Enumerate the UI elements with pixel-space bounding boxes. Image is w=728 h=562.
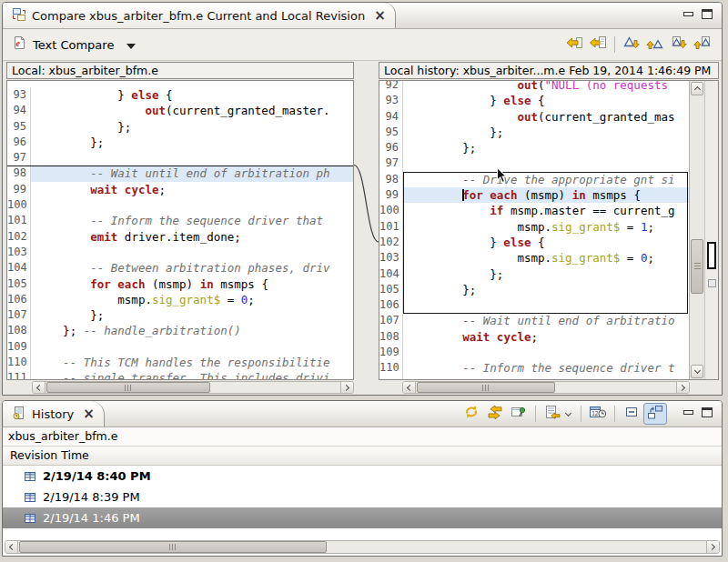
code-line[interactable]: 100 [7,197,353,213]
refresh-button[interactable] [460,403,483,425]
maximize-button[interactable] [702,407,713,417]
close-icon[interactable]: × [83,407,95,421]
code-line[interactable]: 106 msmp.sig_grant$ = 0; [7,292,353,307]
revision-list: 2/19/14 8:40 PM2/19/14 8:39 PM2/19/14 1:… [3,466,722,540]
compare-editor-icon [12,7,26,25]
code-text [403,297,689,313]
code-line[interactable]: 110 -- This TCM handles the responsibili… [7,355,353,370]
tab-history[interactable]: History × [4,401,105,427]
next-difference-button[interactable] [620,34,643,55]
code-line[interactable]: 102 } else { [379,235,689,250]
local-code-pane[interactable]: 93 } else {94 out(current_granted_master… [6,80,354,380]
line-number: 98 [379,172,403,187]
code-line[interactable]: 97 [379,156,689,171]
code-line[interactable]: 96 }; [379,140,689,156]
minimize-button[interactable] [683,410,693,415]
mode-dropdown-arrow-icon[interactable] [126,44,136,49]
line-number: 99 [7,182,31,197]
code-text: }; [31,135,353,150]
minimize-button[interactable] [683,12,693,16]
horizontal-scrollbar-thumb[interactable] [417,382,555,393]
history-revision-row[interactable]: 2/19/14 8:39 PM [3,487,722,507]
history-revision-row[interactable]: 2/19/14 1:46 PM [3,507,722,528]
code-line[interactable]: 108 wait cycle; [379,329,689,345]
group-by-button[interactable] [541,403,564,425]
tab-compare-editor[interactable]: Compare xbus_arbiter_bfm.e Current and L… [4,3,396,28]
code-line[interactable]: 111 emit driver.item_done; [379,376,689,379]
scroll-left-button[interactable] [403,382,416,393]
line-number: 103 [7,245,31,260]
code-line[interactable]: 103 [7,245,353,260]
pin-editor-button[interactable] [507,403,531,425]
date-time-mode-button[interactable]: 12 [586,403,610,425]
code-text [403,156,689,171]
code-line[interactable]: 104 }; [379,266,689,282]
link-with-editor-button[interactable] [483,403,507,425]
previous-change-button[interactable] [691,34,714,55]
history-code-pane[interactable]: 92 out("NULL (no requests93 } else {94 o… [379,80,719,380]
horizontal-scrollbar-thumb[interactable] [46,382,210,393]
history-revision-row[interactable]: 2/19/14 8:40 PM [3,466,722,487]
code-line[interactable]: 111 -- single transfer. This includes dr… [7,370,353,380]
scroll-right-button[interactable] [676,382,689,393]
revision-time-column-header[interactable]: Revision Time [3,447,722,466]
scroll-left-button[interactable] [5,541,18,553]
code-line[interactable]: 107 }; [7,307,353,323]
code-line[interactable]: 101 -- Inform the sequence driver that [7,213,353,228]
history-horizontal-scrollbar[interactable] [5,540,720,554]
code-text: }; -- handle_arbitration() [31,323,353,338]
code-line[interactable]: 99 for each (msmp) in msmps { [379,187,689,203]
compare-mode-button[interactable] [643,403,667,425]
dropdown-arrow-icon[interactable] [565,409,571,416]
overview-ruler[interactable] [704,81,718,379]
line-number: 108 [7,323,31,338]
code-line[interactable]: 109 [7,339,353,355]
code-line[interactable]: 99 wait cycle; [7,182,353,197]
code-line[interactable]: 93 } else { [379,93,689,108]
code-line[interactable]: 104 -- Between arbitration phases, driv [7,260,353,276]
copy-all-from-right-to-left-button[interactable] [562,34,586,55]
code-line[interactable]: 97 [7,150,353,166]
scroll-down-button[interactable] [691,365,703,378]
code-line[interactable]: 94 out(current_granted_master. [7,103,353,118]
right-horizontal-scrollbar[interactable] [402,381,690,394]
code-line[interactable]: 108 }; -- handle_arbitration() [7,323,353,338]
code-line[interactable]: 94 out(current_granted_mas [379,109,689,125]
code-line[interactable]: 101 msmp.sig_grant$ = 1; [379,219,689,235]
code-line[interactable]: 93 } else { [7,87,353,103]
previous-difference-button[interactable] [643,34,667,55]
code-line[interactable]: 95 }; [379,125,689,140]
code-line[interactable]: 107 -- Wait until end of arbitratio [379,313,689,328]
code-line[interactable]: 105 }; [379,282,689,297]
close-icon[interactable]: × [374,9,386,23]
code-line[interactable]: 110 -- Inform the sequence driver t [379,360,689,376]
code-line[interactable]: 98 -- Drive the appropriate gnt si [379,172,689,187]
collapse-all-button[interactable] [620,403,643,425]
code-line[interactable]: 103 msmp.sig_grant$ = 0; [379,250,689,266]
code-line[interactable]: 96 }; [7,135,353,150]
left-horizontal-scrollbar[interactable] [32,381,354,394]
code-text: emit driver.item_done; [403,376,689,379]
horizontal-scrollbar-thumb[interactable] [19,541,327,553]
scroll-left-button[interactable] [33,382,46,393]
code-line[interactable]: 102 emit driver.item_done; [7,229,353,245]
code-line[interactable]: 105 for each (msmp) in msmps { [7,276,353,292]
code-line[interactable]: 92 out("NULL (no requests [379,81,689,93]
copy-current-change-from-right-to-left-button[interactable] [586,34,610,55]
overview-marker[interactable] [708,279,716,287]
line-number: 98 [7,166,31,181]
line-number: 94 [7,103,31,118]
code-line[interactable]: 95 }; [7,119,353,135]
code-line[interactable]: 106 [379,297,689,313]
vertical-scrollbar[interactable] [689,81,704,379]
scroll-up-button[interactable] [691,82,703,95]
scroll-right-button[interactable] [340,382,353,393]
code-line[interactable]: 98 -- Wait until end of arbitration ph [7,166,353,181]
vertical-scrollbar-thumb[interactable] [691,239,703,294]
code-line[interactable]: 100 if msmp.master == current_g [379,203,689,218]
maximize-button[interactable] [702,9,713,19]
code-line[interactable]: 109 [379,345,689,360]
overview-change-marker[interactable] [707,242,716,269]
scroll-right-button[interactable] [706,541,719,553]
next-change-button[interactable] [667,34,691,55]
